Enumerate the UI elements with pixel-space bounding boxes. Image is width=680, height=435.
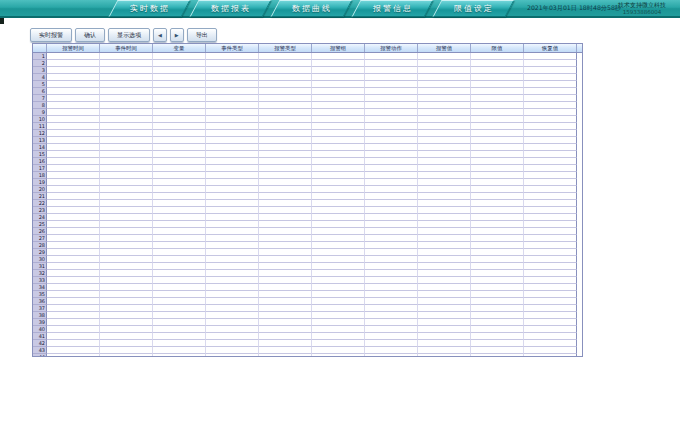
table-row[interactable]: 36	[33, 298, 582, 305]
table-cell	[418, 102, 471, 109]
table-row[interactable]: 40	[33, 326, 582, 333]
table-cell	[259, 88, 312, 95]
column-header-8: 报警值	[418, 44, 471, 52]
tab-data-report[interactable]: 数据报表	[189, 0, 271, 17]
table-row[interactable]: 4	[33, 74, 582, 81]
table-row[interactable]: 30	[33, 256, 582, 263]
table-cell	[259, 74, 312, 81]
table-cell	[47, 53, 100, 60]
table-row[interactable]: 38	[33, 312, 582, 319]
table-row[interactable]: 24	[33, 214, 582, 221]
row-filler-cell	[577, 179, 582, 186]
table-cell	[365, 172, 418, 179]
table-row[interactable]: 20	[33, 186, 582, 193]
table-cell	[206, 123, 259, 130]
table-cell	[100, 333, 153, 340]
table-row[interactable]: 13	[33, 137, 582, 144]
table-cell	[47, 207, 100, 214]
table-row[interactable]: 37	[33, 305, 582, 312]
table-cell	[524, 298, 577, 305]
table-cell	[365, 116, 418, 123]
tab-realtime-data[interactable]: 实时数据	[108, 0, 190, 17]
table-row[interactable]: 32	[33, 270, 582, 277]
table-cell	[312, 340, 365, 347]
table-cell	[259, 207, 312, 214]
export-button[interactable]: 导出	[187, 28, 217, 42]
table-cell	[524, 207, 577, 214]
table-row[interactable]: 2	[33, 60, 582, 67]
table-cell	[47, 291, 100, 298]
table-cell	[418, 67, 471, 74]
table-row[interactable]: 26	[33, 228, 582, 235]
table-row[interactable]: 23	[33, 207, 582, 214]
table-cell	[153, 137, 206, 144]
table-cell	[47, 249, 100, 256]
table-row[interactable]: 19	[33, 179, 582, 186]
table-row[interactable]: 5	[33, 81, 582, 88]
table-row[interactable]: 22	[33, 200, 582, 207]
table-cell	[471, 221, 524, 228]
table-row[interactable]: 9	[33, 109, 582, 116]
table-row[interactable]: 43	[33, 347, 582, 354]
table-row[interactable]: 8	[33, 102, 582, 109]
table-row[interactable]: 17	[33, 165, 582, 172]
table-cell	[206, 228, 259, 235]
table-cell	[312, 102, 365, 109]
table-row[interactable]: 41	[33, 333, 582, 340]
table-row[interactable]: 34	[33, 284, 582, 291]
table-row[interactable]: 33	[33, 277, 582, 284]
table-row[interactable]: 10	[33, 116, 582, 123]
table-cell	[365, 74, 418, 81]
table-row[interactable]: 39	[33, 319, 582, 326]
table-row[interactable]: 16	[33, 158, 582, 165]
table-row[interactable]: 18	[33, 172, 582, 179]
row-number-cell: 23	[33, 207, 47, 214]
table-cell	[365, 123, 418, 130]
row-filler-cell	[577, 130, 582, 137]
table-cell	[312, 88, 365, 95]
table-row[interactable]: 7	[33, 95, 582, 102]
table-row[interactable]: 27	[33, 235, 582, 242]
row-number-cell: 5	[33, 81, 47, 88]
table-cell	[418, 347, 471, 354]
table-row[interactable]: 14	[33, 144, 582, 151]
row-filler-cell	[577, 249, 582, 256]
row-filler-cell	[577, 193, 582, 200]
table-cell	[418, 130, 471, 137]
table-row[interactable]: 15	[33, 151, 582, 158]
table-cell	[206, 277, 259, 284]
table-row[interactable]: 6	[33, 88, 582, 95]
confirm-button[interactable]: 确认	[75, 28, 105, 42]
table-row[interactable]: 11	[33, 123, 582, 130]
table-cell	[418, 214, 471, 221]
table-row[interactable]: 42	[33, 340, 582, 347]
display-options-button[interactable]: 显示选项	[108, 28, 150, 42]
tab-data-curve[interactable]: 数据曲线	[270, 0, 352, 17]
table-row[interactable]: 1	[33, 53, 582, 60]
table-row[interactable]: 35	[33, 291, 582, 298]
table-row[interactable]: 12	[33, 130, 582, 137]
table-cell	[312, 228, 365, 235]
prev-page-button[interactable]: ◀	[153, 28, 167, 42]
table-row[interactable]: 29	[33, 249, 582, 256]
table-row[interactable]: 21	[33, 193, 582, 200]
table-cell	[365, 95, 418, 102]
table-cell	[100, 109, 153, 116]
table-cell	[471, 291, 524, 298]
table-cell	[153, 312, 206, 319]
table-cell	[206, 158, 259, 165]
table-row[interactable]: 44	[33, 354, 582, 357]
table-row[interactable]: 25	[33, 221, 582, 228]
table-row[interactable]: 3	[33, 67, 582, 74]
table-cell	[524, 67, 577, 74]
table-row[interactable]: 31	[33, 263, 582, 270]
table-cell	[471, 81, 524, 88]
tab-alarm-info[interactable]: 报警信息	[351, 0, 433, 17]
realtime-alarm-button[interactable]: 实时报警	[30, 28, 72, 42]
table-cell	[524, 249, 577, 256]
table-cell	[365, 340, 418, 347]
table-row[interactable]: 28	[33, 242, 582, 249]
tab-limit-setting[interactable]: 限值设定	[432, 0, 514, 17]
table-cell	[524, 263, 577, 270]
next-page-button[interactable]: ▶	[170, 28, 184, 42]
